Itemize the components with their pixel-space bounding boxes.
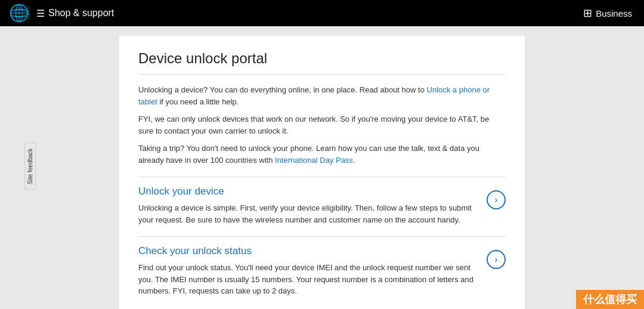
unlock-device-content: Unlock your device Unlocking a device is…	[138, 186, 477, 225]
intro-paragraph-2: FYI, we can only unlock devices that wor…	[138, 113, 506, 137]
site-feedback-tab[interactable]: Site feedback	[24, 143, 36, 190]
header: ☰ Shop & support ⊞ Business	[0, 0, 644, 26]
business-section[interactable]: ⊞ Business	[583, 7, 632, 20]
intro-paragraph-3: Taking a trip? You don't need to unlock …	[138, 143, 506, 166]
header-divider	[29, 6, 29, 20]
unlock-device-desc: Unlocking a device is simple. First, ver…	[138, 202, 477, 225]
unlock-device-chevron-button[interactable]: ›	[487, 190, 506, 209]
divider-2	[138, 236, 506, 237]
page-title: Device unlock portal	[138, 50, 506, 75]
business-grid-icon: ⊞	[583, 7, 592, 20]
content-card: Device unlock portal Unlocking a device?…	[119, 36, 525, 309]
intro-p1-text-before: Unlocking a device? You can do everythin…	[138, 85, 427, 94]
check-status-section: Check your unlock status Find out your u…	[138, 245, 506, 297]
check-status-content: Check your unlock status Find out your u…	[138, 245, 477, 297]
shop-support-label[interactable]: Shop & support	[48, 8, 114, 18]
unlock-device-section: Unlock your device Unlocking a device is…	[138, 186, 506, 225]
watermark: 什么值得买	[576, 290, 644, 309]
business-label[interactable]: Business	[596, 8, 632, 18]
intro-p3-text-after: .	[353, 156, 355, 165]
att-logo-icon	[10, 4, 29, 23]
unlock-device-title[interactable]: Unlock your device	[138, 186, 477, 197]
intro-p1-text-after: if you need a little help.	[157, 97, 239, 106]
intro-paragraph-1: Unlocking a device? You can do everythin…	[138, 84, 506, 107]
feedback-label: Site feedback	[27, 149, 33, 185]
menu-icon[interactable]: ☰	[36, 8, 45, 19]
divider-1	[138, 177, 506, 177]
check-status-desc: Find out your unlock status. You'll need…	[138, 262, 477, 297]
international-day-pass-link[interactable]: International Day Pass	[275, 156, 353, 165]
check-status-title[interactable]: Check your unlock status	[138, 245, 477, 257]
check-status-chevron-button[interactable]: ›	[487, 250, 506, 269]
main-content-bg: Device unlock portal Unlocking a device?…	[0, 26, 644, 309]
